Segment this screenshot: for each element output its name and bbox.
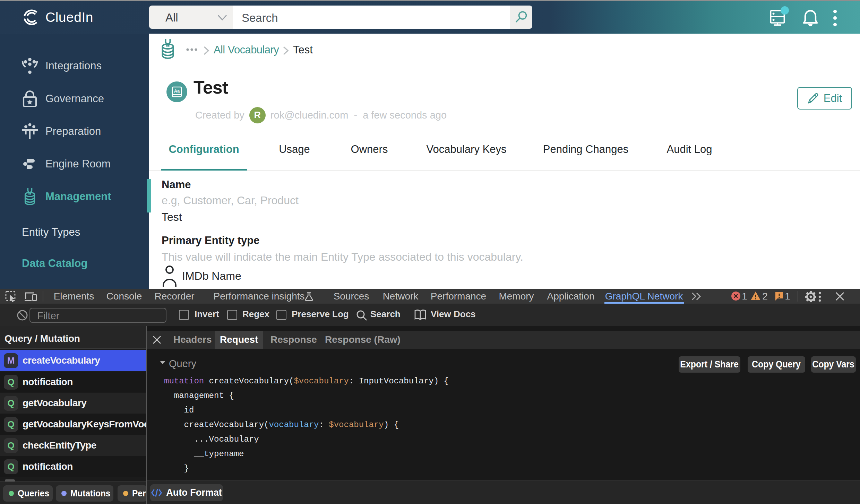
svg-text:Aa: Aa (174, 88, 180, 94)
